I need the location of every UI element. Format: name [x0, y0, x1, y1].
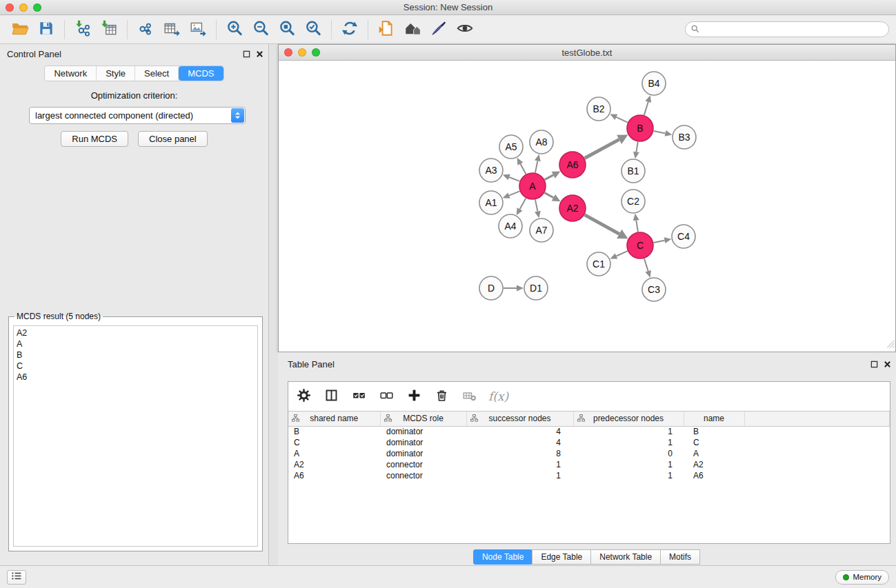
network-close-button[interactable] [284, 48, 292, 57]
table-cell[interactable]: B [684, 426, 744, 437]
tab-motifs[interactable]: Motifs [660, 549, 700, 565]
table-cell[interactable]: A6 [684, 470, 744, 481]
graph-edge-B-B2[interactable] [616, 117, 628, 123]
table-cell[interactable]: C [684, 437, 744, 448]
table-cell[interactable]: A [684, 448, 744, 459]
graph-edge-A-A6[interactable] [545, 175, 554, 180]
open-session-button[interactable] [7, 18, 33, 41]
search-input[interactable] [703, 25, 883, 34]
table-cell[interactable]: 1 [573, 470, 684, 481]
graph-edge-A-A5[interactable] [520, 164, 526, 174]
close-panel-icon-button[interactable] [255, 50, 264, 59]
float-panel-button[interactable] [242, 50, 251, 59]
table-cell[interactable]: connector [380, 459, 466, 470]
table-row[interactable]: A6connector11A6 [288, 470, 890, 481]
graph-edge-C-C3[interactable] [644, 258, 648, 271]
table-cell[interactable]: 1 [466, 470, 573, 481]
open-in-browser-button[interactable] [373, 18, 399, 41]
tab-select[interactable]: Select [135, 66, 179, 81]
import-table-button[interactable] [96, 18, 122, 41]
import-network-button[interactable] [70, 18, 96, 41]
graph-edge-B-B4[interactable] [644, 102, 648, 115]
table-cell[interactable]: 8 [466, 448, 573, 459]
add-row-button[interactable] [406, 388, 422, 405]
memory-button[interactable]: Memory [835, 570, 889, 585]
delete-row-button[interactable] [433, 388, 450, 405]
close-table-panel-button[interactable] [883, 360, 892, 369]
table-cell[interactable]: 1 [573, 426, 684, 437]
table-settings-button[interactable] [295, 388, 312, 405]
table-row[interactable]: Adominator80A [288, 448, 890, 459]
tab-style[interactable]: Style [97, 66, 135, 81]
table-cell[interactable]: 1 [573, 459, 684, 470]
tab-network-table[interactable]: Network Table [590, 549, 661, 565]
style-wand-button[interactable] [426, 18, 452, 41]
table-cell[interactable]: dominator [380, 448, 466, 459]
graph-edge-C-C2[interactable] [636, 221, 638, 232]
float-table-panel-button[interactable] [870, 360, 879, 369]
graph-edge-A-A3[interactable] [509, 177, 519, 181]
resize-grip-icon[interactable] [887, 338, 895, 351]
table-row[interactable]: Cdominator41C [288, 437, 890, 448]
table-cell[interactable]: 0 [573, 448, 684, 459]
table-cell[interactable]: 1 [573, 437, 684, 448]
function-builder-button[interactable]: f(x) [488, 388, 508, 405]
table-cell[interactable]: A [288, 448, 380, 459]
mcds-result-item[interactable]: A6 [17, 372, 255, 383]
table-row[interactable]: Bdominator41B [288, 426, 890, 437]
network-minimize-button[interactable] [298, 48, 306, 57]
network-zoom-button[interactable] [312, 48, 320, 57]
zoom-window-button[interactable] [33, 3, 41, 12]
column-header-name[interactable]: name [684, 412, 744, 426]
table-cell[interactable]: 4 [466, 426, 573, 437]
zoom-out-button[interactable] [248, 18, 274, 41]
graph-edge-A-A2[interactable] [545, 193, 554, 198]
select-all-button[interactable] [350, 388, 367, 405]
export-network-button[interactable] [132, 18, 159, 41]
table-cell[interactable]: connector [380, 470, 466, 481]
table-row[interactable]: A2connector11A2 [288, 459, 890, 470]
mcds-result-list[interactable]: A2ABCA6 [13, 325, 258, 547]
table-cell[interactable]: 1 [466, 459, 573, 470]
mcds-result-item[interactable]: A2 [17, 327, 255, 338]
column-header-successor-nodes[interactable]: successor nodes [466, 412, 573, 426]
zoom-fit-button[interactable] [274, 18, 300, 41]
column-layout-button[interactable] [323, 388, 339, 405]
tab-mcds[interactable]: MCDS [179, 66, 223, 81]
graph-edge-A-A7[interactable] [535, 200, 537, 212]
table-cell[interactable]: dominator [380, 426, 466, 437]
deselect-all-button[interactable] [378, 388, 395, 405]
graph-edge-A6-B[interactable] [585, 139, 619, 158]
graphics-details-button[interactable] [452, 18, 478, 41]
table-cell[interactable]: A6 [288, 470, 380, 481]
graph-edge-A-A1[interactable] [509, 191, 519, 195]
apply-layout-button[interactable] [337, 18, 363, 41]
graph-edge-C-C4[interactable] [654, 241, 665, 243]
export-image-button[interactable] [185, 18, 211, 41]
graph-edge-C-C1[interactable] [617, 251, 628, 256]
table-cell[interactable]: dominator [380, 437, 466, 448]
tab-edge-table[interactable]: Edge Table [532, 549, 591, 565]
clear-table-button[interactable] [461, 388, 477, 405]
table-cell[interactable]: A2 [288, 459, 380, 470]
zoom-in-button[interactable] [221, 18, 248, 41]
table-cell[interactable]: B [288, 426, 380, 437]
mcds-result-item[interactable]: C [17, 361, 255, 372]
tab-node-table[interactable]: Node Table [473, 549, 533, 565]
export-table-button[interactable] [159, 18, 185, 41]
task-history-button[interactable] [7, 570, 26, 585]
table-cell[interactable]: 4 [466, 437, 573, 448]
minimize-window-button[interactable] [19, 3, 28, 12]
mcds-result-item[interactable]: A [17, 338, 255, 349]
table-cell[interactable]: A2 [684, 459, 744, 470]
column-header-predecessor-nodes[interactable]: predecessor nodes [573, 412, 684, 426]
cybrowser-button[interactable] [399, 18, 426, 41]
close-panel-button[interactable]: Close panel [138, 131, 208, 147]
column-header-shared-name[interactable]: shared name [288, 412, 380, 426]
graph-edge-A2-C[interactable] [585, 215, 619, 234]
tab-network[interactable]: Network [45, 66, 97, 81]
graph-edge-A-A4[interactable] [520, 199, 526, 210]
close-window-button[interactable] [6, 3, 14, 12]
criterion-dropdown[interactable]: largest connected component (directed) [29, 107, 246, 124]
save-session-button[interactable] [33, 18, 59, 41]
